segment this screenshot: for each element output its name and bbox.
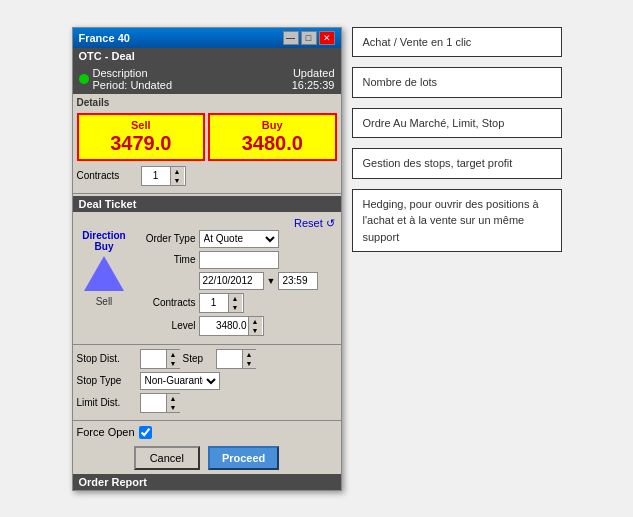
- annotations-panel: Achat / Vente en 1 clic Nombre de lots O…: [352, 27, 562, 253]
- stop-dist-up[interactable]: ▲: [166, 350, 180, 359]
- stop-dist-input[interactable]: [141, 352, 166, 365]
- level-row: Level ▲ ▼: [136, 316, 337, 336]
- separator-1: [73, 193, 341, 194]
- deal-ticket-header: Deal Ticket: [73, 196, 341, 212]
- updated-label: Updated: [292, 67, 335, 79]
- sell-label: Sell: [83, 119, 200, 131]
- sell-direction-label: Sell: [96, 296, 113, 307]
- limit-dist-row: Limit Dist. ▲ ▼: [77, 393, 337, 413]
- ticket-contracts-up[interactable]: ▲: [228, 294, 242, 303]
- order-type-row: Order Type At Quote Limit Stop: [136, 230, 337, 248]
- order-type-label: Order Type: [136, 233, 196, 244]
- contracts-up-btn[interactable]: ▲: [170, 167, 184, 176]
- sell-price: 3479.0: [83, 131, 200, 155]
- order-fields: Order Type At Quote Limit Stop Time: [136, 230, 337, 339]
- separator-3: [73, 420, 341, 421]
- order-report-bar: Order Report: [73, 474, 341, 490]
- contracts-down-btn[interactable]: ▼: [170, 176, 184, 185]
- step-spinbox[interactable]: ▲ ▼: [216, 349, 256, 369]
- separator-2: [73, 344, 341, 345]
- stop-section: Stop Dist. ▲ ▼ Step ▲ ▼: [73, 347, 341, 418]
- stop-dist-down[interactable]: ▼: [166, 359, 180, 368]
- ticket-contracts-row: Contracts ▲ ▼: [136, 293, 337, 313]
- direction-value: Buy: [95, 241, 114, 252]
- direction-arrow-icon[interactable]: [84, 254, 124, 294]
- direction-box: Direction Buy Sell: [77, 230, 132, 307]
- buy-label: Buy: [214, 119, 331, 131]
- contracts-label: Contracts: [77, 170, 137, 181]
- ticket-contracts-label: Contracts: [136, 297, 196, 308]
- time-input[interactable]: [278, 272, 318, 290]
- limit-dist-up[interactable]: ▲: [166, 394, 180, 403]
- force-open-row: Force Open: [73, 423, 341, 442]
- buy-price: 3480.0: [214, 131, 331, 155]
- close-button[interactable]: ✕: [319, 31, 335, 45]
- contracts-row: Contracts ▲ ▼: [77, 164, 337, 188]
- stop-dist-row: Stop Dist. ▲ ▼ Step ▲ ▼: [77, 349, 337, 369]
- desc-label: Description: [93, 67, 173, 79]
- limit-dist-label: Limit Dist.: [77, 397, 137, 408]
- updated-time: 16:25:39: [292, 79, 335, 91]
- buy-price-box[interactable]: Buy 3480.0: [208, 113, 337, 161]
- level-label: Level: [136, 320, 196, 331]
- deal-ticket-section: Reset ↺ Direction Buy Sell Order: [73, 214, 341, 342]
- window-title: France 40: [79, 32, 130, 44]
- level-up[interactable]: ▲: [248, 317, 262, 326]
- annotation-achat-vente: Achat / Vente en 1 clic: [352, 27, 562, 58]
- step-label: Step: [183, 353, 213, 364]
- contracts-spinbox[interactable]: ▲ ▼: [141, 166, 186, 186]
- stop-type-select[interactable]: Non-Guaranteed Guaranteed: [140, 372, 220, 390]
- stop-dist-label: Stop Dist.: [77, 353, 137, 364]
- details-section: Details Sell 3479.0 Buy 3480.0 Contracts: [73, 94, 341, 191]
- limit-dist-spinbox[interactable]: ▲ ▼: [140, 393, 180, 413]
- date-time-row: ▼: [136, 272, 337, 290]
- annotation-hedging: Hedging, pour ouvrir des positions à l'a…: [352, 189, 562, 253]
- force-open-checkbox[interactable]: [139, 426, 152, 439]
- limit-dist-input[interactable]: [141, 396, 166, 409]
- button-row: Cancel Proceed: [73, 442, 341, 474]
- date-dropdown-icon[interactable]: ▼: [267, 276, 276, 286]
- cancel-button[interactable]: Cancel: [134, 446, 200, 470]
- time-field[interactable]: [199, 251, 279, 269]
- minimize-button[interactable]: —: [283, 31, 299, 45]
- title-bar: France 40 — □ ✕: [73, 28, 341, 48]
- contracts-input[interactable]: [142, 169, 170, 182]
- direction-order-row: Direction Buy Sell Order Type At Quote L…: [77, 230, 337, 339]
- stop-dist-spinbox[interactable]: ▲ ▼: [140, 349, 180, 369]
- ticket-contracts-down[interactable]: ▼: [228, 303, 242, 312]
- status-dot: [79, 74, 89, 84]
- level-down[interactable]: ▼: [248, 326, 262, 335]
- annotation-nombre-lots: Nombre de lots: [352, 67, 562, 98]
- sell-price-box[interactable]: Sell 3479.0: [77, 113, 206, 161]
- level-input[interactable]: [200, 319, 248, 332]
- reset-label[interactable]: Reset: [294, 217, 323, 229]
- stop-type-label: Stop Type: [77, 375, 137, 386]
- direction-label: Direction: [82, 230, 125, 241]
- price-row: Sell 3479.0 Buy 3480.0: [77, 113, 337, 161]
- ticket-contracts-input[interactable]: [200, 296, 228, 309]
- otc-deal-header: OTC - Deal: [73, 48, 341, 64]
- reset-row: Reset ↺: [77, 217, 337, 230]
- title-bar-controls: — □ ✕: [283, 31, 335, 45]
- reset-icon[interactable]: ↺: [326, 217, 335, 229]
- ticket-contracts-spinbox[interactable]: ▲ ▼: [199, 293, 244, 313]
- limit-dist-down[interactable]: ▼: [166, 403, 180, 412]
- step-up[interactable]: ▲: [242, 350, 256, 359]
- date-input[interactable]: [199, 272, 264, 290]
- main-window: France 40 — □ ✕ OTC - Deal Description P…: [72, 27, 342, 491]
- time-label: Time: [136, 254, 196, 265]
- details-header: Details: [77, 97, 337, 110]
- level-spinbox[interactable]: ▲ ▼: [199, 316, 264, 336]
- up-arrow-shape: [84, 256, 124, 291]
- proceed-button[interactable]: Proceed: [208, 446, 279, 470]
- annotation-gestion-stops: Gestion des stops, target profit: [352, 148, 562, 179]
- step-down[interactable]: ▼: [242, 359, 256, 368]
- annotation-ordre-marche: Ordre Au Marché, Limit, Stop: [352, 108, 562, 139]
- stop-type-row: Stop Type Non-Guaranteed Guaranteed: [77, 372, 337, 390]
- maximize-button[interactable]: □: [301, 31, 317, 45]
- force-open-label: Force Open: [77, 426, 135, 438]
- step-input[interactable]: [217, 352, 242, 365]
- desc-bar: Description Period: Undated Updated 16:2…: [73, 64, 341, 94]
- order-type-select[interactable]: At Quote Limit Stop: [199, 230, 279, 248]
- time-row: Time: [136, 251, 337, 269]
